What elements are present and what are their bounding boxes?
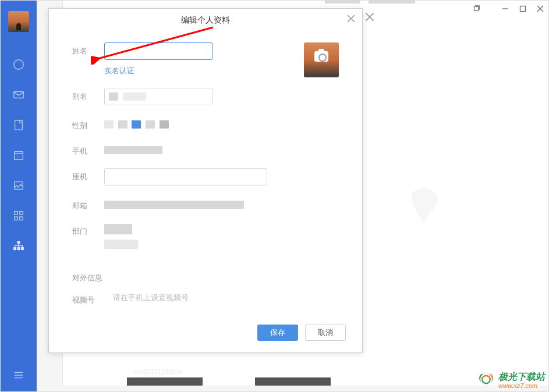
landline-label: 座机 [72,168,104,182]
landline-input[interactable] [104,168,267,186]
video-hint: 请在手机上设置视频号 [113,291,189,303]
svg-rect-2 [15,120,23,130]
svg-rect-9 [17,241,20,244]
watermark-name: 极光下载站 [498,372,545,382]
svg-rect-10 [14,248,16,250]
menu-icon[interactable] [12,368,26,382]
dialog-title: 编辑个人资料 [181,15,230,26]
svg-point-0 [14,60,24,70]
svg-rect-13 [474,7,479,11]
bg-deco [255,377,331,386]
bg-illustration [406,181,447,236]
department-value [104,223,140,251]
bg-deco [127,377,203,386]
svg-rect-12 [22,248,24,250]
window-title-bar [468,1,548,17]
dialog-close-icon[interactable] [347,15,356,24]
apps-icon[interactable] [12,209,26,223]
doc-icon[interactable] [12,118,26,132]
realname-auth-link[interactable]: 实名认证 [104,66,267,76]
mobile-label: 手机 [72,142,104,156]
svg-rect-3 [15,152,23,160]
image-icon[interactable] [12,179,26,193]
alias-label: 别名 [72,88,104,102]
cancel-button[interactable]: 取消 [305,325,346,341]
mobile-value [104,142,165,156]
bg-deco [369,1,415,3]
org-icon[interactable] [12,239,26,253]
maximize-button[interactable] [515,1,531,17]
svg-rect-7 [15,217,18,220]
edit-profile-dialog: 编辑个人资料 姓名 实名认证 别名 性别 [48,8,363,353]
panel-close-icon[interactable] [365,12,377,24]
watermark-url: www.xz7.com [498,382,545,389]
external-link-icon[interactable] [468,1,484,17]
name-input[interactable] [104,42,212,60]
minimize-button[interactable] [497,1,513,17]
email-label: 邮箱 [72,197,104,211]
alias-input[interactable] [104,88,212,105]
email-value [104,197,246,211]
svg-rect-11 [17,248,20,250]
external-info-label: 对外信息 [72,273,339,283]
dialog-footer: 保存 取消 [257,325,346,341]
name-label: 姓名 [72,42,104,56]
svg-rect-14 [520,6,526,12]
svg-rect-1 [14,92,24,98]
camera-icon [314,51,328,62]
gender-options[interactable] [104,117,171,130]
svg-rect-6 [20,212,23,215]
watermark: 极光下载站 www.xz7.com [477,372,545,389]
left-sidebar [1,1,37,391]
video-label: 视频号 [72,291,113,305]
mail-icon[interactable] [12,88,26,102]
avatar-upload[interactable] [304,42,339,77]
bg-id-text: xx18212129303x [133,368,182,375]
bg-deco [325,1,360,3]
save-button[interactable]: 保存 [257,325,298,341]
window-close-button[interactable] [532,1,548,17]
user-avatar[interactable] [8,11,29,32]
gender-label: 性别 [72,117,104,131]
dialog-header: 编辑个人资料 [49,9,362,32]
watermark-logo-icon [477,372,495,389]
chat-icon[interactable] [12,58,26,72]
calendar-icon[interactable] [12,148,26,162]
svg-rect-8 [20,217,23,220]
department-label: 部门 [72,223,104,237]
svg-rect-5 [15,212,18,215]
